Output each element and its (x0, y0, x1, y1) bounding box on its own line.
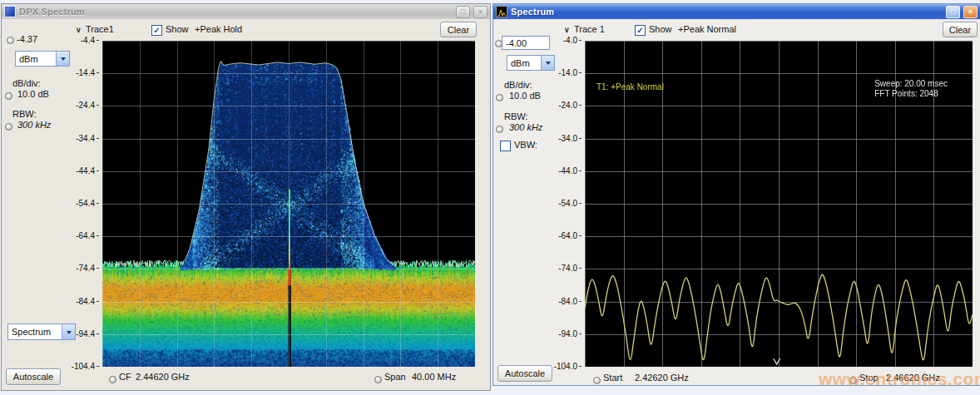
dbdiv-knob-icon[interactable] (5, 92, 12, 100)
y-axis-tick-label: -4.4 (81, 36, 99, 45)
dpx-plot-canvas (102, 41, 475, 367)
chevron-down-icon[interactable]: ∨ (564, 26, 570, 34)
dpx-span-value[interactable]: 40.00 MHz (412, 372, 456, 382)
dpx-app-icon (4, 6, 16, 17)
y-axis-tick-label: -54.0 (558, 199, 582, 208)
dpx-show-label: Show (166, 24, 189, 34)
spec-vbw-label: VBW: (514, 140, 537, 150)
spec-vbw-checkbox[interactable] (500, 141, 511, 151)
y-axis-tick-label: -54.4 (76, 199, 99, 208)
spec-sweep-annotation: Sweep: 20.00 msec FFT Points: 2048 (874, 79, 948, 99)
dpx-dbdiv-label: dB/div: (12, 78, 41, 88)
spectrum-window-title: Spectrum (511, 7, 943, 17)
y-axis-tick-label: -14.0 (558, 68, 582, 77)
y-axis-tick-label: -34.4 (76, 134, 99, 143)
maximize-icon[interactable]: □ (456, 6, 470, 18)
spec-trace-annotation: T1: +Peak Normal (596, 82, 664, 91)
dbdiv-knob-icon[interactable] (496, 94, 503, 101)
span-knob-icon[interactable] (374, 376, 382, 383)
maximize-icon[interactable]: □ (946, 6, 960, 18)
spec-detector-label[interactable]: +Peak Normal (678, 24, 736, 34)
close-icon[interactable]: × (473, 6, 488, 18)
spec-trace-label[interactable]: Trace 1 (574, 24, 605, 34)
dpx-cf-label: CF (119, 372, 131, 382)
y-axis-tick-label: -44.0 (558, 166, 582, 175)
chevron-down-icon[interactable]: ∨ (76, 26, 82, 34)
dpx-show-checkbox[interactable] (151, 25, 162, 36)
sweep-time-text: Sweep: 20.00 msec (874, 79, 948, 89)
start-knob-icon[interactable] (593, 377, 601, 384)
spec-start-label: Start (603, 373, 622, 383)
spec-clear-button[interactable]: Clear (943, 22, 978, 37)
dpx-dbdiv-value[interactable]: 10.0 dB (17, 89, 49, 99)
spec-start-value[interactable]: 2.42620 GHz (635, 373, 689, 383)
y-axis-tick-label: -24.4 (76, 101, 99, 110)
y-axis-tick-label: -74.4 (76, 264, 99, 273)
rbw-knob-icon[interactable] (5, 123, 12, 131)
y-axis-tick-label: -64.4 (76, 231, 99, 240)
dpx-titlebar[interactable]: DPX Spectrum □ × (2, 4, 490, 19)
dpx-cf-value[interactable]: 2.44620 GHz (136, 372, 190, 382)
spec-rbw-label: RBW: (504, 111, 528, 121)
ref-level-knob-icon[interactable] (7, 37, 14, 44)
dpx-window-title: DPX Spectrum (19, 7, 453, 17)
y-axis-tick-label: -44.4 (76, 166, 99, 175)
spec-dbdiv-label: dB/div: (504, 80, 532, 90)
y-axis-tick-label: -24.0 (558, 101, 582, 110)
y-axis-tick-label: -104.4 (72, 362, 99, 371)
cf-knob-icon[interactable] (109, 376, 116, 383)
rbw-knob-icon[interactable] (496, 126, 503, 133)
dpx-rbw-label: RBW: (12, 109, 37, 119)
dpx-plot-area[interactable] (102, 41, 475, 367)
y-axis-tick-label: -14.4 (76, 68, 99, 77)
y-axis-tick-label: -84.0 (558, 297, 582, 306)
dpx-trace-label[interactable]: Trace1 (86, 24, 114, 34)
spec-show-label: Show (649, 24, 672, 34)
y-axis-tick-label: -94.0 (558, 329, 582, 338)
y-axis-tick-label: -64.0 (558, 231, 582, 240)
y-axis-tick-label: -104.0 (554, 362, 582, 371)
y-axis-tick-label: -74.0 (558, 264, 582, 273)
y-axis-tick-label: -84.4 (76, 297, 99, 306)
spectrum-app-icon (496, 6, 507, 17)
dpx-y-axis: -4.4-14.4-24.4-34.4-44.4-54.4-64.4-74.4-… (52, 41, 99, 367)
spec-y-axis: -4.0-14.0-24.0-34.0-44.0-54.0-64.0-74.0-… (537, 41, 582, 367)
y-axis-tick-label: -34.0 (558, 134, 582, 143)
spec-unit-value: dBm (507, 58, 541, 68)
dpx-span-label: Span (384, 372, 406, 382)
spec-show-checkbox[interactable] (635, 25, 646, 36)
dpx-clear-button[interactable]: Clear (440, 22, 477, 37)
watermark-text: www.cntronics.com (819, 369, 980, 389)
dpx-rbw-value[interactable]: 300 kHz (17, 120, 51, 130)
close-icon[interactable]: × (963, 6, 978, 18)
dpx-detector-label[interactable]: +Peak Hold (195, 24, 242, 34)
dpx-autoscale-button[interactable]: Autoscale (6, 368, 61, 385)
dpx-spectrum-window: DPX Spectrum □ × ∨ Trace1 Show +Peak Hol… (1, 3, 491, 391)
fft-points-text: FFT Points: 2048 (874, 89, 948, 99)
spec-autoscale-button[interactable]: Autoscale (497, 365, 552, 382)
spectrum-window: Spectrum □ × ∨ Trace 1 Show +Peak Normal… (492, 3, 980, 386)
y-axis-tick-label: -4.0 (563, 36, 582, 45)
y-axis-tick-label: -94.4 (76, 329, 99, 338)
spectrum-titlebar[interactable]: Spectrum □ × (493, 4, 980, 19)
dpx-ref-level-value[interactable]: -4.37 (17, 34, 37, 44)
spec-plot-area[interactable]: T1: +Peak Normal Sweep: 20.00 msec FFT P… (585, 41, 973, 367)
dpx-unit-value: dBm (16, 54, 56, 64)
desktop: DPX Spectrum □ × ∨ Trace1 Show +Peak Hol… (0, 0, 980, 395)
